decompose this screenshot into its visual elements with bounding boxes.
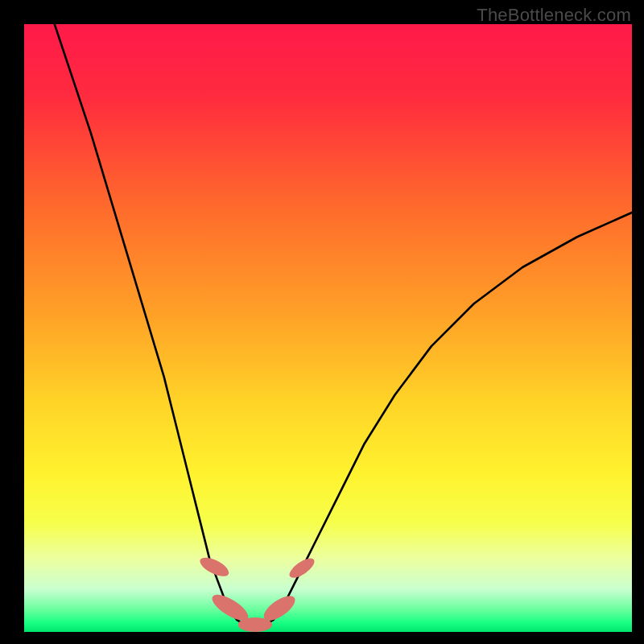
right-upper-blob: [287, 555, 317, 581]
marker-group: [197, 554, 317, 632]
chart-frame: TheBottleneck.com: [0, 0, 644, 644]
series-bottleneck-right: [274, 213, 632, 620]
curve-layer: [24, 24, 632, 632]
watermark-text: TheBottleneck.com: [477, 5, 631, 26]
series-group: [55, 24, 632, 625]
left-upper-blob: [197, 554, 232, 580]
plot-area: [24, 24, 632, 632]
series-bottleneck-left: [55, 24, 237, 620]
